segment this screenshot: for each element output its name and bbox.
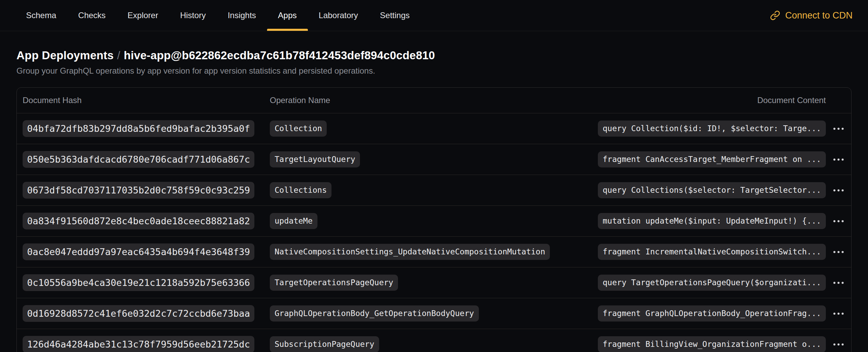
document-content-badge: fragment IncrementalNativeCompositionSwi… (598, 244, 826, 260)
document-hash-badge: 0d16928d8572c41ef6e032d2c7c72ccbd6e73baa (23, 305, 254, 322)
document-content-badge: fragment CanAccessTarget_MemberFragment … (598, 151, 826, 167)
document-content-badge: fragment GraphQLOperationBody_OperationF… (598, 305, 826, 322)
operation-name-badge: Collection (270, 121, 327, 137)
document-hash-badge: 050e5b363dafdcacd6780e706cadf771d06a867c (23, 151, 254, 168)
nav-tab-settings[interactable]: Settings (369, 0, 421, 31)
connect-to-cdn-button[interactable]: Connect to CDN (770, 0, 853, 31)
row-menu-button[interactable] (828, 121, 849, 137)
nav-tab-laboratory[interactable]: Laboratory (308, 0, 369, 31)
document-hash-badge: 126d46a4284abe31c13c78f7959d56eeb21725dc (23, 336, 254, 352)
main-content: App Deployments/hive-app@b622862ecdba7c6… (0, 49, 868, 352)
table-row: 050e5b363dafdcacd6780e706cadf771d06a867c… (17, 144, 851, 175)
document-hash-badge: 0a834f91560d872e8c4bec0ade18ceec88821a82 (23, 213, 254, 229)
row-menu-button[interactable] (828, 151, 849, 168)
link-icon (770, 10, 780, 21)
nav-tab-history[interactable]: History (169, 0, 217, 31)
table-row: 0673df58cd7037117035b2d0c758f59c0c93c259… (17, 175, 851, 205)
connect-to-cdn-label: Connect to CDN (785, 10, 853, 21)
column-header-document-hash: Document Hash (23, 96, 270, 105)
document-hash-badge: 0ac8e047eddd97a97eac6435a4b694f4e3648f39 (23, 243, 254, 260)
ellipsis-menu-icon (833, 282, 835, 284)
document-hash-badge: 0673df58cd7037117035b2d0c758f59c0c93c259 (23, 182, 254, 199)
column-header-document-content: Document Content (757, 96, 826, 105)
nav-tab-insights[interactable]: Insights (217, 0, 267, 31)
top-nav: SchemaChecksExplorerHistoryInsightsAppsL… (0, 0, 868, 31)
table-row: 0ac8e047eddd97a97eac6435a4b694f4e3648f39… (17, 236, 851, 267)
operation-name-badge: TargetLayoutQuery (270, 151, 360, 167)
ellipsis-menu-icon (833, 189, 835, 191)
nav-tabs: SchemaChecksExplorerHistoryInsightsAppsL… (15, 0, 421, 31)
ellipsis-menu-icon (833, 343, 835, 345)
page-title: App Deployments/hive-app@b622862ecdba7c6… (16, 49, 852, 62)
row-menu-button[interactable] (828, 244, 849, 260)
ellipsis-menu-icon (833, 159, 835, 161)
table-row: 04bfa72dfb83b297dd8a5b6fed9bafac2b395a0f… (17, 113, 851, 144)
row-menu-button[interactable] (828, 336, 849, 352)
table-row: 0a834f91560d872e8c4bec0ade18ceec88821a82… (17, 205, 851, 236)
table-row: 0c10556a9be4ca30e19e21c1218a592b75e63366… (17, 267, 851, 298)
nav-tab-apps[interactable]: Apps (267, 0, 308, 31)
document-content-badge: mutation updateMe($input: UpdateMeInput!… (598, 213, 826, 229)
ellipsis-menu-icon (833, 128, 835, 130)
row-menu-button[interactable] (828, 182, 849, 199)
ellipsis-menu-icon (833, 251, 835, 253)
document-content-badge: fragment BillingView_OrganizationFragmen… (598, 336, 826, 352)
deployments-table: Document Hash Operation Name Document Co… (16, 87, 852, 352)
column-header-operation-name: Operation Name (270, 96, 757, 105)
operation-name-badge: SubscriptionPageQuery (270, 336, 379, 352)
breadcrumb-root: App Deployments (16, 49, 114, 62)
row-menu-button[interactable] (828, 213, 849, 229)
table-row: 0d16928d8572c41ef6e032d2c7c72ccbd6e73baa… (17, 298, 851, 329)
ellipsis-menu-icon (833, 220, 835, 222)
nav-tab-explorer[interactable]: Explorer (117, 0, 169, 31)
operation-name-badge: TargetOperationsPageQuery (270, 275, 398, 291)
page-subtitle: Group your GraphQL operations by app ver… (16, 66, 852, 76)
document-content-badge: query TargetOperationsPageQuery($organiz… (598, 275, 826, 291)
table-header-row: Document Hash Operation Name Document Co… (17, 88, 851, 113)
operation-name-badge: GraphQLOperationBody_GetOperationBodyQue… (270, 305, 479, 322)
document-hash-badge: 04bfa72dfb83b297dd8a5b6fed9bafac2b395a0f (23, 120, 254, 137)
operation-name-badge: Collections (270, 182, 331, 198)
nav-tab-checks[interactable]: Checks (67, 0, 117, 31)
breadcrumb-app-id: hive-app@b622862ecdba7c61b78f412453def89… (124, 49, 435, 62)
row-menu-button[interactable] (828, 275, 849, 291)
row-menu-button[interactable] (828, 305, 849, 322)
operation-name-badge: updateMe (270, 213, 317, 229)
nav-tab-schema[interactable]: Schema (15, 0, 67, 31)
document-content-badge: query Collections($selector: TargetSelec… (598, 182, 826, 198)
ellipsis-menu-icon (833, 313, 835, 315)
document-hash-badge: 0c10556a9be4ca30e19e21c1218a592b75e63366 (23, 274, 254, 291)
breadcrumb-separator: / (114, 49, 124, 62)
document-content-badge: query Collection($id: ID!, $selector: Ta… (598, 121, 826, 137)
table-body: 04bfa72dfb83b297dd8a5b6fed9bafac2b395a0f… (17, 113, 851, 352)
table-row: 126d46a4284abe31c13c78f7959d56eeb21725dc… (17, 329, 851, 352)
operation-name-badge: NativeCompositionSettings_UpdateNativeCo… (270, 244, 550, 260)
